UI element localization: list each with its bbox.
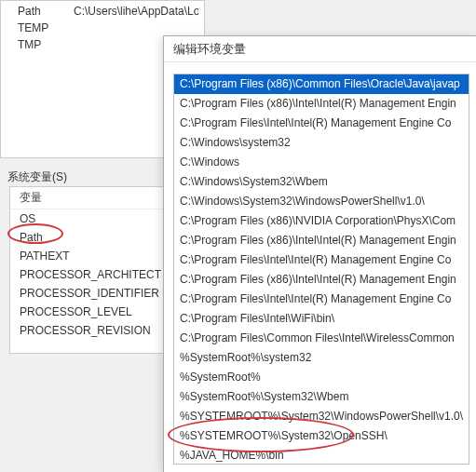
user-var-row[interactable]: TEMP xyxy=(1,20,204,36)
path-entry[interactable]: C:\Program Files\Intel\Intel(R) Manageme… xyxy=(174,290,469,309)
path-entry[interactable]: C:\Program Files (x86)\Intel\Intel(R) Ma… xyxy=(174,270,469,290)
path-entry[interactable]: %SystemRoot%\system32 xyxy=(174,348,469,368)
path-entry[interactable]: C:\Windows\System32\Wbem xyxy=(174,172,469,192)
path-entry[interactable]: C:\Program Files (x86)\Intel\Intel(R) Ma… xyxy=(174,94,469,114)
path-entry[interactable]: %JAVA_HOME%\bin xyxy=(174,446,469,465)
user-var-row[interactable]: PathC:\Users\lihe\AppData\Local\Programs… xyxy=(1,3,204,20)
user-var-name: Path xyxy=(18,4,74,19)
user-var-name: TEMP xyxy=(18,20,74,35)
path-entries-list[interactable]: C:\Program Files (x86)\Common Files\Orac… xyxy=(173,74,469,465)
dialog-title: 编辑环境变量 xyxy=(164,36,476,62)
path-entry[interactable]: C:\Program Files\Intel\WiFi\bin\ xyxy=(174,309,469,329)
path-entry[interactable]: C:\Windows xyxy=(174,153,469,172)
path-entry[interactable]: C:\Program Files (x86)\Common Files\Orac… xyxy=(174,74,469,94)
user-var-value: C:\Users\lihe\AppData\Local\Programs\Pyt… xyxy=(74,4,198,19)
path-entry[interactable]: %SystemRoot%\System32\Wbem xyxy=(174,387,469,407)
system-variables-label: 系统变量(S) xyxy=(7,169,67,185)
path-entry[interactable]: C:\Windows\System32\WindowsPowerShell\v1… xyxy=(174,192,469,211)
path-entry[interactable]: %SYSTEMROOT%\System32\OpenSSH\ xyxy=(174,426,469,446)
path-entry[interactable]: C:\Program Files (x86)\Intel\Intel(R) Ma… xyxy=(174,231,469,250)
user-var-value xyxy=(74,20,198,35)
path-entry[interactable]: C:\Program Files\Intel\Intel(R) Manageme… xyxy=(174,114,469,133)
path-entry[interactable]: C:\Windows\system32 xyxy=(174,133,469,153)
user-var-name: TMP xyxy=(18,37,74,52)
path-entry[interactable]: C:\Program Files (x86)\NVIDIA Corporatio… xyxy=(174,211,469,231)
path-entry[interactable]: C:\Program Files\Common Files\Intel\Wire… xyxy=(174,329,469,348)
edit-env-dialog: 编辑环境变量 C:\Program Files (x86)\Common Fil… xyxy=(163,35,476,472)
path-entry[interactable]: C:\Program Files\Intel\Intel(R) Manageme… xyxy=(174,250,469,270)
path-entry[interactable]: %SystemRoot% xyxy=(174,368,469,387)
path-entry[interactable]: %SYSTEMROOT%\System32\WindowsPowerShell\… xyxy=(174,407,469,426)
